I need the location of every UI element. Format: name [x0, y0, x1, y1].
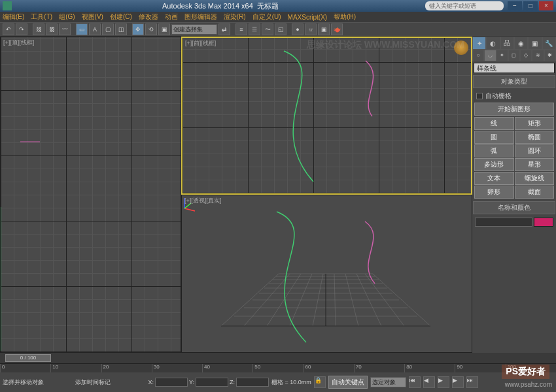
material-editor-button[interactable]: ●	[292, 24, 304, 35]
redo-button[interactable]: ↷	[16, 24, 27, 35]
menu-create[interactable]: 创建(C)	[110, 12, 132, 22]
object-name-input[interactable]	[475, 218, 532, 227]
select-name-button[interactable]: A	[89, 24, 101, 35]
axis-gizmo-icon	[182, 195, 472, 352]
select-region-button[interactable]: ▢	[102, 24, 114, 35]
tab-motion[interactable]: ◉	[514, 37, 528, 50]
rollout-name-color[interactable]: 名称和颜色	[473, 201, 555, 214]
command-panel: ✦ ◐ 品 ◉ ▣ 🔧 ○ ◡ ✦ ◻ ◇ ≋ ✱ 样条线 对象类型 自动栅格 …	[472, 37, 556, 353]
time-slider-handle[interactable]: 0 / 100	[5, 354, 51, 362]
menu-tools[interactable]: 工具(T)	[31, 12, 52, 22]
z-coord-input[interactable]	[236, 378, 269, 387]
undo-button[interactable]: ↶	[3, 24, 14, 35]
viewport-label[interactable]: [+][透视][真实]	[184, 197, 221, 205]
create-line-button[interactable]: 线	[474, 117, 514, 130]
selection-filter-dropdown[interactable]: 选定对象	[370, 377, 406, 387]
autokey-button[interactable]: 自动关键点	[328, 376, 368, 389]
play-prev-button[interactable]: ◀	[423, 376, 435, 388]
tab-utilities[interactable]: 🔧	[542, 37, 556, 50]
viewport-front[interactable]: [+][前][线框]	[181, 37, 472, 195]
menu-grapheditors[interactable]: 图形编辑器	[184, 12, 217, 22]
play-end-button[interactable]: ⏭	[466, 376, 478, 388]
maximize-button[interactable]: □	[523, 1, 538, 10]
create-ellipse-button[interactable]: 椭圆	[515, 131, 555, 144]
menu-maxscript[interactable]: MAXScript(X)	[288, 14, 328, 21]
subtab-shapes[interactable]: ◡	[484, 50, 496, 61]
mirror-button[interactable]: ⇄	[218, 24, 230, 35]
subtab-systems[interactable]: ✱	[544, 50, 556, 61]
create-donut-button[interactable]: 圆环	[515, 144, 555, 157]
viewport-label[interactable]: [+][顶][线框]	[3, 39, 34, 47]
window-title: Autodesk 3ds Max 2014 x64 无标题	[16, 1, 425, 11]
autogrid-label: 自动栅格	[485, 91, 512, 101]
subtab-helpers[interactable]: ◇	[520, 50, 532, 61]
create-ngon-button[interactable]: 多边形	[474, 158, 514, 171]
close-button[interactable]: ×	[539, 1, 553, 10]
create-star-button[interactable]: 星形	[515, 158, 555, 171]
subtab-cameras[interactable]: ◻	[508, 50, 520, 61]
bind-spacewarp-button[interactable]: 〰	[59, 24, 71, 35]
select-rotate-button[interactable]: ⟲	[145, 24, 157, 35]
curve-editor-button[interactable]: 〜	[262, 24, 273, 35]
create-text-button[interactable]: 文本	[474, 172, 514, 185]
create-icon: ✦	[477, 40, 482, 47]
create-rectangle-button[interactable]: 矩形	[515, 117, 555, 130]
tab-modify[interactable]: ◐	[486, 37, 500, 50]
time-ruler[interactable]: 0 10 20 30 40 50 60 70 80 90 100	[0, 363, 556, 372]
viewport-label[interactable]: [+][前][线框]	[185, 39, 216, 48]
autogrid-checkbox[interactable]	[476, 93, 483, 99]
object-color-swatch[interactable]	[534, 218, 553, 227]
subtab-lights[interactable]: ✦	[496, 50, 508, 61]
menu-edit[interactable]: 编辑(E)	[3, 12, 24, 22]
workspace: [+][顶][线框] [+][前][线框] [+][透视][真实]	[0, 37, 556, 353]
menu-help[interactable]: 帮助(H)	[334, 12, 356, 22]
render-frame-button[interactable]: ▣	[318, 24, 330, 35]
x-coord-input[interactable]	[155, 378, 188, 387]
window-crossing-button[interactable]: ◫	[115, 24, 127, 35]
link-button[interactable]: ⛓	[33, 24, 44, 35]
viewport-top[interactable]: [+][顶][线框]	[0, 37, 181, 353]
menu-customize[interactable]: 自定义(U)	[252, 12, 281, 22]
time-slider[interactable]: 0 / 100	[0, 353, 556, 363]
create-subtabs: ○ ◡ ✦ ◻ ◇ ≋ ✱	[472, 50, 556, 61]
menu-rendering[interactable]: 渲染(R)	[224, 12, 246, 22]
select-move-button[interactable]: ✥	[132, 24, 144, 35]
grid-label: 栅格 = 10.0mm	[271, 378, 311, 387]
create-arc-button[interactable]: 弧	[474, 144, 514, 157]
tab-hierarchy[interactable]: 品	[500, 37, 514, 50]
select-object-button[interactable]: ▭	[76, 24, 88, 35]
menu-modifiers[interactable]: 修改器	[139, 12, 158, 22]
selection-set-dropdown[interactable]: 创建选择集	[171, 24, 217, 35]
subtab-geometry[interactable]: ○	[472, 50, 484, 61]
play-next-button[interactable]: ▶	[452, 376, 464, 388]
create-section-button[interactable]: 截面	[515, 186, 555, 199]
menu-animation[interactable]: 动画	[165, 12, 178, 22]
align-button[interactable]: ≡	[235, 24, 247, 35]
rollout-object-type[interactable]: 对象类型	[473, 75, 555, 88]
viewport-perspective[interactable]: [+][透视][真实]	[181, 195, 472, 353]
play-start-button[interactable]: ⏮	[409, 376, 421, 388]
tab-display[interactable]: ▣	[528, 37, 542, 50]
play-button[interactable]: ▶	[438, 376, 449, 388]
layers-button[interactable]: ☰	[249, 24, 260, 35]
render-button[interactable]: 🫖	[331, 24, 343, 35]
minimize-button[interactable]: −	[508, 1, 522, 10]
create-circle-button[interactable]: 圆	[474, 131, 514, 144]
lock-selection-button[interactable]: 🔒	[314, 376, 326, 388]
subtab-spacewarps[interactable]: ≋	[532, 50, 544, 61]
menu-view[interactable]: 视图(V)	[82, 12, 103, 22]
status-prompt2: 添加时间标记	[75, 378, 111, 387]
unlink-button[interactable]: ⛓̸	[46, 24, 58, 35]
select-scale-button[interactable]: ▣	[158, 24, 170, 35]
category-dropdown[interactable]: 样条线	[474, 63, 555, 73]
create-helix-button[interactable]: 螺旋线	[515, 172, 555, 185]
start-new-shape-button[interactable]: 开始新图形	[474, 103, 554, 116]
y-coord-input[interactable]	[196, 378, 228, 387]
z-label: Z:	[230, 379, 235, 385]
tab-create[interactable]: ✦	[472, 37, 486, 50]
create-egg-button[interactable]: 卵形	[474, 186, 514, 199]
schematic-view-button[interactable]: ◱	[275, 24, 287, 35]
help-search-input[interactable]: 键入关键字或短语	[425, 1, 504, 10]
menu-group[interactable]: 组(G)	[59, 12, 75, 22]
render-setup-button[interactable]: ☼	[305, 24, 317, 35]
